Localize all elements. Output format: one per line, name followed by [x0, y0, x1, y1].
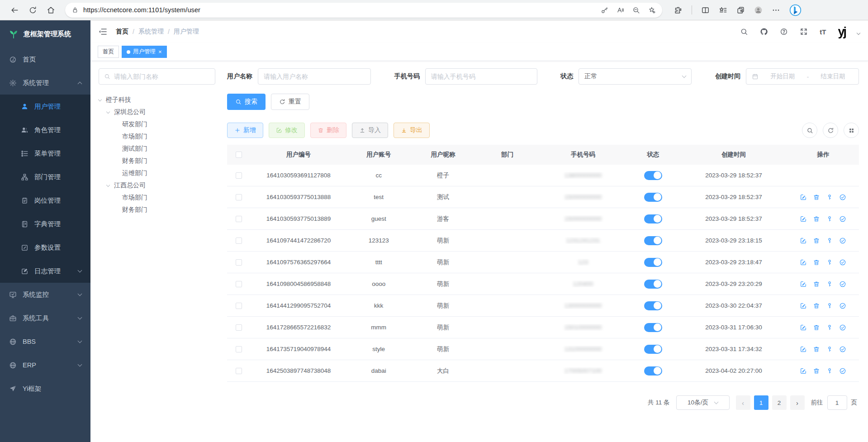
zoom-out-icon[interactable] [632, 6, 640, 14]
row-edit-icon[interactable] [800, 367, 807, 375]
date-range-picker[interactable]: 开始日期 - 结束日期 [746, 68, 859, 85]
sidebar-item-日志管理[interactable]: 日志管理 [0, 259, 90, 283]
tree-node-财务部门[interactable]: 财务部门 [99, 155, 215, 167]
read-aloud-icon[interactable] [617, 6, 624, 14]
row-edit-icon[interactable] [800, 280, 807, 288]
row-resetpwd-key-icon[interactable] [826, 280, 833, 288]
header-search-icon[interactable] [740, 28, 748, 36]
status-toggle[interactable] [644, 323, 662, 332]
tree-node-运维部门[interactable]: 运维部门 [99, 167, 215, 179]
sidebar-item-BBS[interactable]: BBS [0, 330, 90, 353]
row-delete-icon[interactable] [813, 367, 820, 375]
tree-node-测试部门[interactable]: 测试部门 [99, 143, 215, 155]
row-resetpwd-key-icon[interactable] [826, 324, 833, 331]
department-search-input[interactable] [114, 73, 210, 80]
row-checkbox[interactable] [236, 216, 242, 222]
reset-button[interactable]: 重置 [271, 94, 309, 110]
goto-page-input[interactable] [827, 395, 847, 410]
extensions-icon[interactable] [674, 6, 683, 14]
more-menu-icon[interactable] [772, 6, 780, 14]
row-assign-check-icon[interactable] [839, 259, 846, 266]
row-assign-check-icon[interactable] [839, 237, 846, 244]
row-delete-icon[interactable] [813, 324, 820, 331]
sidebar-item-角色管理[interactable]: 角色管理 [0, 118, 90, 142]
sidebar-item-部门管理[interactable]: 部门管理 [0, 165, 90, 189]
avatar-dropdown-icon[interactable] [857, 31, 860, 35]
sidebar-item-岗位管理[interactable]: 岗位管理 [0, 189, 90, 212]
row-edit-icon[interactable] [800, 259, 807, 266]
row-assign-check-icon[interactable] [839, 280, 846, 288]
tree-node-市场部门[interactable]: 市场部门 [99, 130, 215, 143]
sidebar-item-ERP[interactable]: ERP [0, 353, 90, 377]
row-delete-icon[interactable] [813, 194, 820, 201]
collections-icon[interactable] [736, 6, 745, 14]
sidebar-item-系统监控[interactable]: 系统监控 [0, 283, 90, 306]
row-assign-check-icon[interactable] [839, 367, 846, 375]
sidebar-item-首页[interactable]: 首页 [0, 48, 90, 71]
collapse-sidebar-icon[interactable] [99, 27, 108, 36]
next-page-button[interactable]: › [790, 395, 805, 410]
row-delete-icon[interactable] [813, 237, 820, 244]
table-refresh-button[interactable] [823, 123, 838, 138]
row-edit-icon[interactable] [800, 215, 807, 223]
row-edit-icon[interactable] [800, 237, 807, 244]
sidebar-item-菜单管理[interactable]: 菜单管理 [0, 142, 90, 165]
row-assign-check-icon[interactable] [839, 324, 846, 331]
address-bar[interactable]: https://ccnetcore.com:1101/system/user [65, 3, 662, 18]
row-checkbox[interactable] [236, 172, 242, 179]
status-toggle[interactable] [644, 171, 662, 180]
sidebar-item-Yi框架[interactable]: Yi框架 [0, 377, 90, 400]
password-key-icon[interactable] [601, 6, 608, 14]
favorite-add-icon[interactable] [648, 6, 656, 14]
tab-用户管理[interactable]: 用户管理× [122, 46, 167, 58]
edit-button[interactable]: 修改 [269, 123, 305, 138]
row-assign-check-icon[interactable] [839, 346, 846, 353]
status-toggle[interactable] [644, 258, 662, 267]
split-screen-icon[interactable] [701, 6, 710, 14]
table-search-toggle-button[interactable] [802, 123, 817, 138]
row-checkbox[interactable] [236, 303, 242, 309]
username-input[interactable] [264, 73, 365, 80]
github-icon[interactable] [760, 28, 768, 36]
sidebar-item-系统工具[interactable]: 系统工具 [0, 306, 90, 330]
row-delete-icon[interactable] [813, 346, 820, 353]
bing-chat-icon[interactable] [789, 4, 802, 16]
sidebar-item-字典管理[interactable]: 字典管理 [0, 212, 90, 236]
tree-node-深圳总公司[interactable]: 深圳总公司 [99, 106, 215, 118]
row-checkbox[interactable] [236, 324, 242, 331]
fullscreen-icon[interactable] [800, 28, 808, 36]
row-resetpwd-key-icon[interactable] [826, 215, 833, 223]
row-edit-icon[interactable] [800, 194, 807, 201]
page-size-select[interactable]: 10条/页 [676, 395, 730, 410]
tree-node-市场部门[interactable]: 市场部门 [99, 191, 215, 204]
browser-refresh-button[interactable] [25, 3, 40, 17]
page-button-1[interactable]: 1 [754, 395, 768, 410]
tree-expand-icon[interactable] [106, 109, 110, 113]
breadcrumb-home[interactable]: 首页 [116, 28, 128, 36]
tree-node-财务部门[interactable]: 财务部门 [99, 204, 215, 216]
status-toggle[interactable] [644, 280, 662, 289]
import-button[interactable]: 导入 [352, 123, 388, 138]
column-settings-button[interactable] [844, 123, 859, 138]
prev-page-button[interactable]: ‹ [736, 395, 750, 410]
status-select[interactable]: 正常 [579, 68, 692, 85]
export-button[interactable]: 导出 [394, 123, 430, 138]
department-search-box[interactable] [99, 68, 215, 85]
sidebar-item-参数设置[interactable]: 参数设置 [0, 236, 90, 259]
status-toggle[interactable] [644, 366, 662, 375]
browser-back-button[interactable] [7, 3, 22, 17]
row-edit-icon[interactable] [800, 324, 807, 331]
row-delete-icon[interactable] [813, 280, 820, 288]
tab-首页[interactable]: 首页 [98, 46, 119, 58]
tree-expand-icon[interactable] [106, 183, 110, 186]
status-toggle[interactable] [644, 214, 662, 223]
font-size-icon[interactable]: tT [820, 28, 826, 36]
row-resetpwd-key-icon[interactable] [826, 367, 833, 375]
row-checkbox[interactable] [236, 238, 242, 244]
page-button-2[interactable]: 2 [772, 395, 787, 410]
row-resetpwd-key-icon[interactable] [826, 259, 833, 266]
row-checkbox[interactable] [236, 368, 242, 374]
row-resetpwd-key-icon[interactable] [826, 237, 833, 244]
row-delete-icon[interactable] [813, 259, 820, 266]
row-resetpwd-key-icon[interactable] [826, 302, 833, 309]
